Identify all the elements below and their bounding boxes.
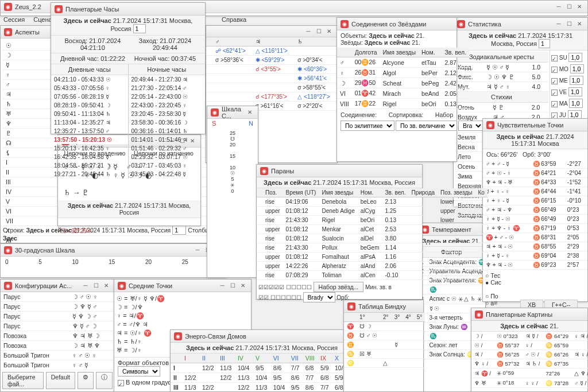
config-table: Парус☽ ♂ ☉ ♀Парус☽ ♆ ☿ ♂Парус☿ ♆ ☽ ♂Пару… — [1, 292, 114, 370]
format-select[interactable]: Символы — [118, 366, 160, 377]
night-hours-table: 20:49:44 - 21:27:30 ♃21:27:30 - 22:05:14… — [129, 75, 206, 178]
info-btn[interactable]: ⓘ — [96, 372, 113, 389]
scale30-window: ◉30-градусная Шкала─☐✕ 05101520250 — [0, 243, 227, 278]
min-btn[interactable]: ─ — [554, 3, 563, 11]
app-icon: ◉ — [55, 5, 63, 13]
energy-window: ◉Энерго-Связи Домов Здесь и сейчас 21.7.… — [170, 329, 354, 392]
day-hours-table: 04:21:10 - 05:43:33 ☉05:43:33 - 07:05:56… — [51, 75, 128, 178]
app-icon: ◉ — [4, 3, 12, 11]
scale-ruler: 25☋201510☉5⚹0 — [207, 128, 258, 196]
default-btn[interactable]: Default — [46, 372, 75, 389]
menu-help[interactable]: Справка — [222, 16, 246, 23]
aspects-footer: Строки: Здесь и сейчас 21.7.2024 15:17:3… — [3, 226, 223, 242]
sort-select[interactable]: По зв. величине — [396, 121, 457, 131]
ph-header: Здесь и сейчас 21.7.2024 15:17:31 Москва… — [51, 15, 205, 36]
gear-btn[interactable]: ⚙ — [78, 372, 94, 389]
app-icon: ◉ — [4, 28, 12, 36]
select-file-btn[interactable]: Выберите фай... — [2, 372, 44, 389]
energy-table: IIIIIIIVVVIVIIVIIIIXXI12/211/310/49/58/6… — [171, 354, 353, 392]
ph-spin[interactable] — [133, 24, 146, 33]
config-window: ◉Конфигурации Ас...─☐✕ Парус☽ ♂ ☉ ♀Парус… — [0, 279, 115, 392]
sensitive-window: ◉Чувствительные Точки Здесь и сейчас 21.… — [482, 118, 588, 302]
parans-table: Поз.Время (UT)Имя звездыНом.Зв. вел.Прир… — [257, 188, 488, 280]
set-select[interactable]: Brady — [458, 121, 483, 131]
stars-table: ДолготаИмя звездыНом.Зв. вел.♂00♊26Alcyo… — [337, 48, 469, 109]
scale-window: ◉Шкала С...✕ S N 25☋201510☉5⚹0 — [207, 106, 258, 278]
sensitive-table: ♂ + ♂ - ☿♉ 63°59-2°27♂ + ☉ - ♀♉ 64°21-2°… — [483, 160, 587, 270]
scale30-ruler: 05101520250 — [1, 257, 226, 267]
stars-window: ◉Соединения со Звёздами Объекты: Здесь и… — [336, 17, 457, 162]
ph-title: Планетарые Часы — [65, 6, 202, 13]
bindhu-table: 1°2°3°4°5°♈☋ ☽♉☋ ♂ ☉♊☿♋☒ ♅♌△ — [344, 313, 425, 368]
parans-window: ◉Параны Здесь и сейчас 21.7.2024 15:17:3… — [256, 164, 423, 300]
planetary-hours-window: ◉Планетарые Часы Здесь и сейчас 21.7.202… — [51, 2, 206, 134]
parans-footer: ☑☑☑☑☑ ☐☐☐☐☐ Набор звёзд... Мин. зв. в ☑☑… — [257, 280, 422, 304]
menu-scene[interactable]: Сцена — [33, 16, 52, 23]
conj-select[interactable]: По эклиптике — [341, 121, 394, 131]
max-btn[interactable]: ☐ — [564, 3, 574, 11]
close-btn[interactable]: ✕ — [575, 3, 584, 11]
bindhu-window: ◉Таблица Биндху 1°2°3°4°5°♈☋ ☽♉☋ ♂ ☉♊☿♋☒… — [343, 300, 424, 392]
menu-session[interactable]: Сессия — [3, 16, 25, 23]
pictures-table: ☽ /☉ 0°323♃ ☿ /♉ 64°29♀ ♃ /146☉ /♉ 55°37… — [471, 332, 588, 388]
rows-spin[interactable] — [172, 226, 186, 235]
aspects-grid: ♂♃♄ ☍ <62°41'>△ <116°11'> σ >58°36'<✱ <5… — [206, 37, 337, 111]
one-deg-check[interactable] — [118, 380, 124, 386]
stats-checks: SU MO ME VE MA JU — [551, 52, 586, 121]
pictures-window: ◉Планетарные Картины Здесь и сейчас 21. … — [471, 308, 588, 392]
